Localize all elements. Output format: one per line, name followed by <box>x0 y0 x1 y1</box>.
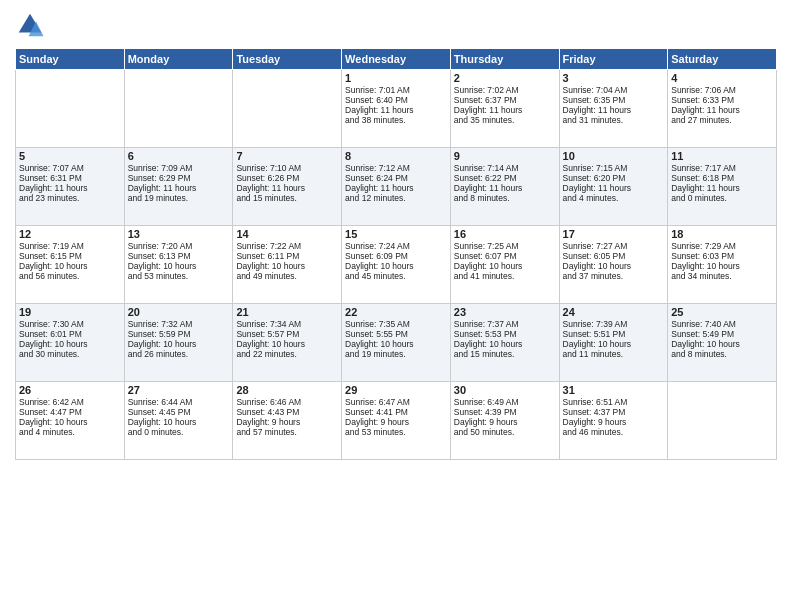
day-info: Daylight: 10 hours <box>563 261 665 271</box>
day-number: 24 <box>563 306 665 318</box>
day-info: and 46 minutes. <box>563 427 665 437</box>
calendar-cell: 21Sunrise: 7:34 AMSunset: 5:57 PMDayligh… <box>233 304 342 382</box>
day-info: Sunset: 6:09 PM <box>345 251 447 261</box>
day-number: 30 <box>454 384 556 396</box>
day-number: 5 <box>19 150 121 162</box>
day-info: Daylight: 10 hours <box>345 339 447 349</box>
day-info: Daylight: 10 hours <box>19 417 121 427</box>
calendar-cell: 9Sunrise: 7:14 AMSunset: 6:22 PMDaylight… <box>450 148 559 226</box>
day-info: and 34 minutes. <box>671 271 773 281</box>
calendar-cell: 16Sunrise: 7:25 AMSunset: 6:07 PMDayligh… <box>450 226 559 304</box>
day-info: and 57 minutes. <box>236 427 338 437</box>
calendar-cell: 25Sunrise: 7:40 AMSunset: 5:49 PMDayligh… <box>668 304 777 382</box>
day-info: Daylight: 10 hours <box>454 261 556 271</box>
day-info: Sunrise: 7:04 AM <box>563 85 665 95</box>
day-number: 1 <box>345 72 447 84</box>
day-info: Sunset: 6:37 PM <box>454 95 556 105</box>
day-info: Daylight: 10 hours <box>128 261 230 271</box>
calendar-cell: 12Sunrise: 7:19 AMSunset: 6:15 PMDayligh… <box>16 226 125 304</box>
logo <box>15 10 49 40</box>
day-info: Sunset: 5:57 PM <box>236 329 338 339</box>
calendar-cell: 22Sunrise: 7:35 AMSunset: 5:55 PMDayligh… <box>342 304 451 382</box>
day-info: Daylight: 10 hours <box>454 339 556 349</box>
calendar-cell: 14Sunrise: 7:22 AMSunset: 6:11 PMDayligh… <box>233 226 342 304</box>
day-info: Sunrise: 6:44 AM <box>128 397 230 407</box>
day-info: and 4 minutes. <box>19 427 121 437</box>
day-info: Sunrise: 7:15 AM <box>563 163 665 173</box>
day-number: 6 <box>128 150 230 162</box>
day-info: Sunrise: 7:09 AM <box>128 163 230 173</box>
calendar-cell: 29Sunrise: 6:47 AMSunset: 4:41 PMDayligh… <box>342 382 451 460</box>
day-number: 13 <box>128 228 230 240</box>
calendar-cell: 8Sunrise: 7:12 AMSunset: 6:24 PMDaylight… <box>342 148 451 226</box>
day-info: Daylight: 11 hours <box>236 183 338 193</box>
day-info: Sunset: 6:24 PM <box>345 173 447 183</box>
day-info: Sunrise: 6:42 AM <box>19 397 121 407</box>
calendar-cell: 27Sunrise: 6:44 AMSunset: 4:45 PMDayligh… <box>124 382 233 460</box>
day-info: and 38 minutes. <box>345 115 447 125</box>
day-header-tuesday: Tuesday <box>233 49 342 70</box>
calendar-table: SundayMondayTuesdayWednesdayThursdayFrid… <box>15 48 777 460</box>
day-info: and 53 minutes. <box>128 271 230 281</box>
day-number: 16 <box>454 228 556 240</box>
day-number: 19 <box>19 306 121 318</box>
day-info: and 31 minutes. <box>563 115 665 125</box>
day-info: and 15 minutes. <box>236 193 338 203</box>
day-number: 2 <box>454 72 556 84</box>
calendar-cell <box>668 382 777 460</box>
calendar-body: 1Sunrise: 7:01 AMSunset: 6:40 PMDaylight… <box>16 70 777 460</box>
day-info: Sunset: 4:41 PM <box>345 407 447 417</box>
calendar-cell: 11Sunrise: 7:17 AMSunset: 6:18 PMDayligh… <box>668 148 777 226</box>
day-info: and 22 minutes. <box>236 349 338 359</box>
day-info: Sunrise: 7:17 AM <box>671 163 773 173</box>
calendar-cell: 19Sunrise: 7:30 AMSunset: 6:01 PMDayligh… <box>16 304 125 382</box>
day-number: 12 <box>19 228 121 240</box>
day-info: Sunrise: 7:14 AM <box>454 163 556 173</box>
day-info: Sunset: 4:45 PM <box>128 407 230 417</box>
day-info: Sunrise: 6:51 AM <box>563 397 665 407</box>
day-info: Sunset: 6:11 PM <box>236 251 338 261</box>
day-header-friday: Friday <box>559 49 668 70</box>
day-info: Sunset: 6:26 PM <box>236 173 338 183</box>
day-info: Sunset: 4:47 PM <box>19 407 121 417</box>
day-info: Sunset: 4:43 PM <box>236 407 338 417</box>
day-info: and 37 minutes. <box>563 271 665 281</box>
day-info: Sunrise: 7:19 AM <box>19 241 121 251</box>
calendar-week-4: 19Sunrise: 7:30 AMSunset: 6:01 PMDayligh… <box>16 304 777 382</box>
day-info: Daylight: 11 hours <box>671 105 773 115</box>
day-info: and 4 minutes. <box>563 193 665 203</box>
day-info: Sunrise: 7:35 AM <box>345 319 447 329</box>
day-number: 31 <box>563 384 665 396</box>
day-info: Sunset: 6:33 PM <box>671 95 773 105</box>
calendar-cell: 10Sunrise: 7:15 AMSunset: 6:20 PMDayligh… <box>559 148 668 226</box>
day-info: Sunrise: 7:01 AM <box>345 85 447 95</box>
calendar-week-1: 1Sunrise: 7:01 AMSunset: 6:40 PMDaylight… <box>16 70 777 148</box>
calendar-cell: 28Sunrise: 6:46 AMSunset: 4:43 PMDayligh… <box>233 382 342 460</box>
day-info: and 19 minutes. <box>128 193 230 203</box>
day-info: and 23 minutes. <box>19 193 121 203</box>
day-info: Sunrise: 7:30 AM <box>19 319 121 329</box>
day-info: and 49 minutes. <box>236 271 338 281</box>
day-info: Sunrise: 7:10 AM <box>236 163 338 173</box>
day-info: Daylight: 11 hours <box>345 105 447 115</box>
calendar-cell: 17Sunrise: 7:27 AMSunset: 6:05 PMDayligh… <box>559 226 668 304</box>
day-info: Sunset: 5:51 PM <box>563 329 665 339</box>
day-header-thursday: Thursday <box>450 49 559 70</box>
day-number: 4 <box>671 72 773 84</box>
day-number: 28 <box>236 384 338 396</box>
calendar-cell <box>124 70 233 148</box>
day-info: Sunrise: 7:24 AM <box>345 241 447 251</box>
day-info: Sunrise: 6:46 AM <box>236 397 338 407</box>
day-number: 8 <box>345 150 447 162</box>
day-info: Sunrise: 7:22 AM <box>236 241 338 251</box>
day-info: and 19 minutes. <box>345 349 447 359</box>
day-number: 17 <box>563 228 665 240</box>
day-info: Sunset: 6:03 PM <box>671 251 773 261</box>
page-container: SundayMondayTuesdayWednesdayThursdayFrid… <box>0 0 792 470</box>
day-info: and 35 minutes. <box>454 115 556 125</box>
day-number: 20 <box>128 306 230 318</box>
day-info: and 56 minutes. <box>19 271 121 281</box>
day-info: and 53 minutes. <box>345 427 447 437</box>
day-info: Daylight: 10 hours <box>671 261 773 271</box>
day-info: Sunrise: 7:29 AM <box>671 241 773 251</box>
